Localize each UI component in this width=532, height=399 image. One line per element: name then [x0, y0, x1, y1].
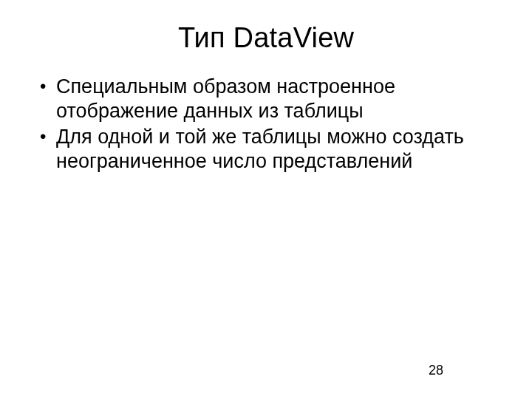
page-number: 28 — [429, 363, 443, 378]
bullet-list: Специальным образом настроенное отображе… — [35, 75, 497, 174]
list-item: Для одной и той же таблицы можно создать… — [35, 125, 497, 174]
list-item: Специальным образом настроенное отображе… — [35, 75, 497, 123]
slide-title: Тип DataView — [35, 22, 497, 54]
slide-container: Тип DataView Специальным образом настрое… — [0, 0, 532, 399]
